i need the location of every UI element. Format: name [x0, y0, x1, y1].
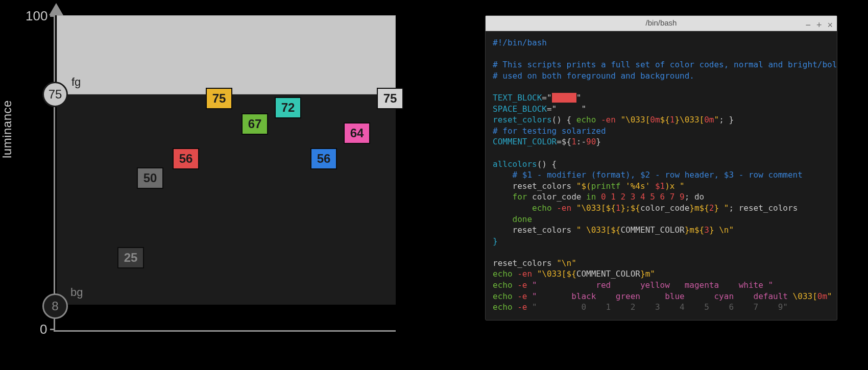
swatch-grey: 50 — [137, 167, 163, 189]
swatch-cyan: 72 — [275, 97, 301, 118]
fg-circle: 75 — [42, 82, 68, 107]
luminance-chart: luminance 100 0 fg bg 75 8 25 50 56 75 6… — [54, 0, 403, 332]
y-tick-label-0: 0 — [40, 322, 47, 337]
plot-area: 100 0 fg bg 75 8 25 50 56 75 67 72 56 64… — [54, 15, 396, 332]
code-shebang: #!/bin/bash — [493, 38, 547, 47]
swatch-red: 56 — [173, 148, 199, 169]
code-fn: allcolors — [493, 159, 537, 169]
code-comment: # used on both foreground and background… — [493, 71, 694, 81]
swatch-green: 67 — [242, 113, 268, 135]
maximize-button[interactable]: + — [816, 19, 822, 31]
code-var: SPACE_BLOCK — [493, 104, 547, 114]
fg-value: 75 — [49, 87, 62, 102]
swatch-dark-grey: 25 — [117, 247, 144, 268]
code-redblock: ▮▮▮▮▮ — [552, 93, 576, 103]
y-tick-0 — [50, 329, 55, 330]
y-tick-100 — [50, 15, 55, 17]
y-axis-label: luminance — [0, 100, 14, 158]
window-buttons: − + × — [805, 19, 833, 31]
swatch-white: 75 — [377, 88, 403, 109]
bg-value: 8 — [52, 299, 58, 313]
swatch-blue: 56 — [310, 148, 337, 169]
terminal-titlebar[interactable]: /bin/bash − + × — [486, 16, 837, 31]
bg-label: bg — [70, 286, 83, 299]
y-tick-label-100: 100 — [26, 8, 47, 24]
code-var: COMMENT_COLOR — [493, 137, 557, 146]
code-comment: # for testing solarized — [493, 126, 606, 136]
terminal-window: /bin/bash − + × #!/bin/bash # This scrip… — [485, 15, 837, 320]
fg-band — [57, 15, 396, 94]
code-comment: # This scripts prints a full set of colo… — [493, 60, 837, 69]
swatch-yellow: 75 — [206, 88, 232, 109]
fg-label: fg — [70, 76, 82, 89]
close-button[interactable]: × — [827, 19, 833, 31]
code-comment: # $1 - modifier (format), $2 - row heade… — [493, 170, 803, 180]
terminal-body[interactable]: #!/bin/bash # This scripts prints a full… — [486, 31, 837, 320]
swatch-magenta: 64 — [344, 122, 370, 144]
minimize-button[interactable]: − — [805, 19, 811, 31]
code-fn: reset_colors — [493, 115, 552, 125]
bg-circle: 8 — [42, 293, 68, 319]
terminal-title: /bin/bash — [646, 18, 677, 28]
y-axis-arrow-icon — [49, 3, 63, 15]
code-var: TEXT_BLOCK — [493, 93, 542, 103]
